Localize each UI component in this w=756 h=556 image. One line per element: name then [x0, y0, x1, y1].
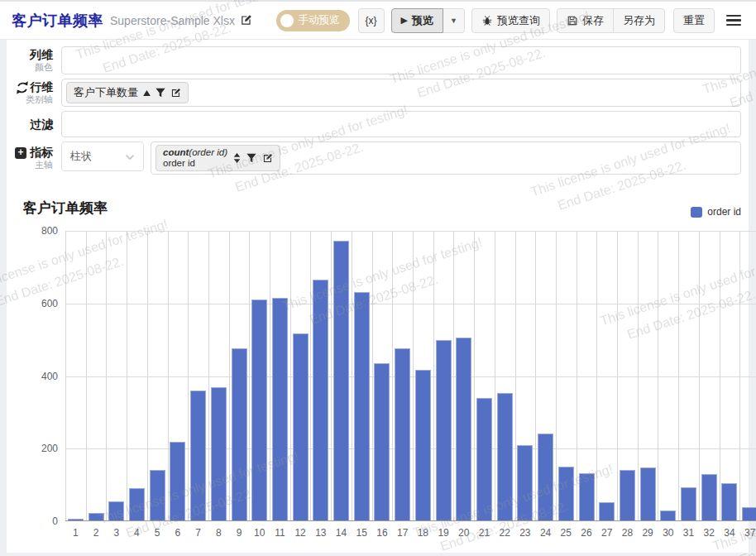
- bar-24[interactable]: [538, 434, 553, 520]
- gridline-vertical: [392, 231, 393, 521]
- bar-6[interactable]: [170, 442, 185, 520]
- bar-25[interactable]: [558, 467, 574, 520]
- y-axis-tick-label: 600: [23, 298, 58, 309]
- chart-plot-area: [65, 231, 756, 521]
- legend-marker-icon: [691, 207, 702, 218]
- bar-7[interactable]: [190, 391, 206, 520]
- swap-axes-icon[interactable]: [15, 79, 30, 99]
- x-axis-tick-label: 37: [735, 527, 756, 539]
- bar-13[interactable]: [313, 280, 328, 520]
- caret-down-icon: ▼: [450, 17, 457, 25]
- top-toolbar: 客户订单频率 Superstore-Sample Xlsx 手动预览 {x} ▶…: [0, 0, 756, 40]
- bar-15[interactable]: [354, 292, 370, 520]
- y-axis-tick-label: 800: [23, 225, 58, 237]
- row-label: 列维 颜色: [7, 46, 61, 74]
- reset-button[interactable]: 重置: [673, 8, 715, 33]
- bar-5[interactable]: [150, 470, 165, 520]
- metric-dropzone[interactable]: count(order id) order id: [151, 141, 741, 175]
- gridline-vertical: [331, 231, 332, 521]
- gridline-vertical: [65, 231, 66, 521]
- menu-icon[interactable]: [723, 12, 744, 30]
- bar-20[interactable]: [456, 338, 471, 520]
- gridline-vertical: [617, 231, 618, 521]
- metric-tag[interactable]: count(order id) order id: [156, 145, 280, 171]
- bar-28[interactable]: [620, 470, 635, 520]
- chart-header: 客户订单频率 order id: [23, 199, 741, 218]
- bar-14[interactable]: [333, 241, 349, 520]
- bar-21[interactable]: [476, 398, 492, 520]
- gridline-vertical: [106, 231, 107, 521]
- save-as-button[interactable]: 另存为: [614, 9, 664, 32]
- preview-button[interactable]: ▶ 预览: [391, 8, 443, 33]
- bar-22[interactable]: [497, 393, 513, 520]
- gridline-vertical: [168, 231, 169, 521]
- bar-19[interactable]: [436, 340, 452, 520]
- filter-dropzone[interactable]: [61, 111, 741, 137]
- gridline-vertical: [739, 231, 740, 521]
- bar-27[interactable]: [599, 502, 615, 520]
- filter-icon[interactable]: [246, 153, 256, 163]
- bar-31[interactable]: [681, 487, 696, 520]
- dataset-name: Superstore-Sample Xlsx: [110, 14, 235, 27]
- bar-2[interactable]: [89, 513, 104, 520]
- chart-section: 客户订单频率 order id 020040060080012345678910…: [7, 179, 749, 544]
- gridline-vertical: [720, 231, 720, 521]
- bar-18[interactable]: [415, 370, 431, 520]
- edit-icon[interactable]: [262, 153, 273, 164]
- preview-dropdown-button[interactable]: ▼: [443, 8, 465, 33]
- gridline-vertical: [249, 231, 250, 521]
- gridline-vertical: [270, 231, 270, 521]
- bar-26[interactable]: [579, 473, 595, 520]
- bar-12[interactable]: [293, 333, 309, 520]
- bar-4[interactable]: [129, 488, 145, 520]
- bar-10[interactable]: [251, 300, 267, 520]
- bar-16[interactable]: [374, 363, 390, 520]
- bar-37[interactable]: [742, 507, 756, 520]
- manual-preview-toggle[interactable]: 手动预览: [276, 10, 350, 31]
- gridline-vertical: [433, 231, 434, 521]
- chart-type-select[interactable]: 柱状: [61, 141, 144, 171]
- bar-11[interactable]: [272, 298, 288, 520]
- bar-17[interactable]: [395, 348, 410, 520]
- gridline-vertical: [638, 231, 639, 521]
- gridline-vertical: [515, 231, 516, 521]
- page-title: 客户订单频率: [12, 11, 103, 31]
- editor-page: 列维 颜色 行维 类别轴 客户下单数量: [7, 40, 749, 553]
- bug-icon: [481, 15, 493, 26]
- add-metric-icon[interactable]: +: [15, 147, 26, 159]
- y-axis-tick-label: 0: [23, 515, 58, 527]
- bar-34[interactable]: [721, 483, 737, 520]
- formula-button[interactable]: {x}: [358, 8, 385, 33]
- gridline-horizontal: [65, 304, 756, 304]
- gridline-vertical: [596, 231, 597, 521]
- bar-8[interactable]: [211, 387, 227, 520]
- preview-query-button[interactable]: 预览查询: [471, 8, 550, 33]
- bar-30[interactable]: [660, 510, 676, 520]
- gridline-vertical: [208, 231, 209, 521]
- sort-icon[interactable]: [233, 153, 241, 163]
- bar-1[interactable]: [68, 519, 84, 520]
- edit-icon[interactable]: [170, 88, 181, 98]
- sort-asc-icon[interactable]: [143, 90, 151, 96]
- bar-3[interactable]: [108, 501, 124, 520]
- toggle-label: 手动预览: [299, 13, 340, 27]
- bar-32[interactable]: [701, 474, 717, 520]
- save-button[interactable]: 保存: [557, 9, 613, 32]
- bar-9[interactable]: [232, 348, 247, 520]
- gridline-vertical: [453, 231, 454, 521]
- dimension-tag[interactable]: 客户下单数量: [66, 82, 189, 103]
- gridline-vertical: [678, 231, 679, 521]
- filter-icon[interactable]: [156, 88, 165, 98]
- bar-23[interactable]: [517, 445, 533, 520]
- column-dimension-dropzone[interactable]: [61, 46, 741, 74]
- gridline-horizontal: [65, 231, 756, 232]
- x-axis-line: [65, 520, 756, 521]
- y-axis-tick-label: 200: [23, 443, 58, 454]
- gridline-vertical: [372, 231, 373, 521]
- bar-29[interactable]: [640, 467, 656, 520]
- row-dimension-dropzone[interactable]: 客户下单数量: [61, 79, 741, 107]
- legend-item-order-id[interactable]: order id: [691, 206, 741, 218]
- toggle-knob-icon: [280, 14, 294, 27]
- gridline-vertical: [86, 231, 87, 521]
- edit-dataset-icon[interactable]: [240, 14, 252, 26]
